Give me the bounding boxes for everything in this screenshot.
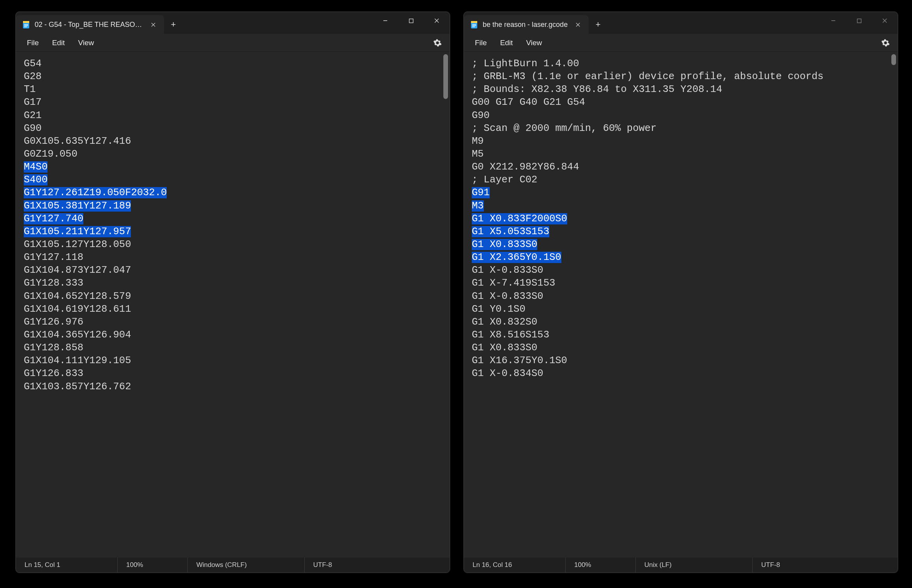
maximize-button[interactable] <box>846 12 872 29</box>
code-line[interactable]: ; Bounds: X82.38 Y86.84 to X311.35 Y208.… <box>472 83 888 96</box>
code-line[interactable]: G1 X0.833F2000S0 <box>472 212 888 225</box>
code-line[interactable]: ; GRBL-M3 (1.1e or earlier) device profi… <box>472 70 888 83</box>
code-line[interactable]: ; Layer C02 <box>472 173 888 186</box>
vertical-scrollbar-thumb[interactable] <box>443 54 448 99</box>
code-line[interactable]: M3 <box>472 200 888 212</box>
code-line[interactable]: G1X105.127Y128.050 <box>24 238 450 251</box>
selected-text[interactable]: G1 X0.833S0 <box>472 239 537 250</box>
titlebar[interactable]: be the reason - laser.gcode + <box>464 12 898 34</box>
selected-text[interactable]: G91 <box>472 187 490 198</box>
selected-text[interactable]: G1 X2.365Y0.1S0 <box>472 252 561 263</box>
status-zoom-level[interactable]: 100% <box>117 558 187 572</box>
close-window-button[interactable] <box>424 12 450 29</box>
code-line[interactable]: ; Scan @ 2000 mm/min, 60% power <box>472 122 888 135</box>
status-line-ending[interactable]: Windows (CRLF) <box>187 558 304 572</box>
code-line[interactable]: G91 <box>472 186 888 199</box>
code-line[interactable]: G1X104.619Y128.611 <box>24 303 450 316</box>
status-cursor-position[interactable]: Ln 16, Col 16 <box>464 558 565 572</box>
code-line[interactable]: M5 <box>472 148 888 161</box>
code-line[interactable]: G1 X16.375Y0.1S0 <box>472 354 888 367</box>
minimize-button[interactable] <box>372 12 398 29</box>
code-line[interactable]: G1 X-0.833S0 <box>472 290 888 303</box>
close-window-button[interactable] <box>872 12 898 29</box>
titlebar-drag-region[interactable] <box>607 12 820 34</box>
code-line[interactable]: G21 <box>24 109 450 122</box>
code-line[interactable]: M4S0 <box>24 161 450 173</box>
code-line[interactable]: S400 <box>24 173 450 186</box>
code-line[interactable]: G1 X0.833S0 <box>472 238 888 251</box>
code-line[interactable]: G1Y126.976 <box>24 316 450 328</box>
settings-button[interactable] <box>879 36 892 49</box>
code-line[interactable]: G0 X212.982Y86.844 <box>472 161 888 173</box>
code-line[interactable]: G0X105.635Y127.416 <box>24 135 450 148</box>
code-line[interactable]: G1X104.365Y126.904 <box>24 328 450 341</box>
selected-text[interactable]: S400 <box>24 174 48 185</box>
menu-file[interactable]: File <box>469 36 492 49</box>
close-tab-button[interactable] <box>572 19 583 30</box>
status-zoom-level[interactable]: 100% <box>565 558 635 572</box>
selected-text[interactable]: G1Y127.740 <box>24 213 83 224</box>
code-line[interactable]: G1Y127.118 <box>24 251 450 264</box>
code-line[interactable]: G1 X8.516S153 <box>472 328 888 341</box>
code-line[interactable]: G54 <box>24 57 450 70</box>
editor-area[interactable]: ; LightBurn 1.4.00; GRBL-M3 (1.1e or ear… <box>464 52 898 558</box>
selected-text[interactable]: G1Y127.261Z19.050F2032.0 <box>24 187 167 198</box>
code-line[interactable]: G1Y126.833 <box>24 367 450 380</box>
code-line[interactable]: G1 X-7.419S153 <box>472 277 888 290</box>
code-line[interactable]: G1 X-0.833S0 <box>472 264 888 277</box>
menu-file[interactable]: File <box>21 36 44 49</box>
document-tab[interactable]: 02 - G54 - Top_BE THE REASON - l <box>16 15 164 34</box>
new-tab-button[interactable]: + <box>589 15 607 34</box>
code-line[interactable]: G1X104.111Y129.105 <box>24 354 450 367</box>
close-tab-button[interactable] <box>148 19 159 30</box>
code-line[interactable]: G1 X-0.834S0 <box>472 367 888 380</box>
menu-edit[interactable]: Edit <box>495 36 519 49</box>
menu-view[interactable]: View <box>520 36 547 49</box>
code-line[interactable]: G90 <box>472 109 888 122</box>
code-line[interactable]: G90 <box>24 122 450 135</box>
code-line[interactable]: G1 Y0.1S0 <box>472 303 888 316</box>
code-line[interactable]: G17 <box>24 96 450 109</box>
code-line[interactable]: G1X104.652Y128.579 <box>24 290 450 303</box>
status-encoding[interactable]: UTF-8 <box>304 558 382 572</box>
code-line[interactable]: G1 X5.053S153 <box>472 225 888 238</box>
code-line[interactable]: G1Y127.740 <box>24 212 450 225</box>
code-line[interactable]: M9 <box>472 135 888 148</box>
code-line[interactable]: G1 X2.365Y0.1S0 <box>472 251 888 264</box>
vertical-scrollbar-thumb[interactable] <box>891 54 896 65</box>
selected-text[interactable]: M4S0 <box>24 161 48 173</box>
editor-text[interactable]: ; LightBurn 1.4.00; GRBL-M3 (1.1e or ear… <box>464 52 898 558</box>
menu-view[interactable]: View <box>72 36 99 49</box>
editor-text[interactable]: G54G28T1G17G21G90G0X105.635Y127.416G0Z19… <box>16 52 450 558</box>
selected-text[interactable]: M3 <box>472 200 484 212</box>
code-line[interactable]: G0Z19.050 <box>24 148 450 161</box>
selected-text[interactable]: G1X105.211Y127.957 <box>24 226 131 237</box>
code-line[interactable]: G1 X0.833S0 <box>472 341 888 354</box>
editor-area[interactable]: G54G28T1G17G21G90G0X105.635Y127.416G0Z19… <box>16 52 450 558</box>
code-line[interactable]: G1X104.873Y127.047 <box>24 264 450 277</box>
code-line[interactable]: G1 X0.832S0 <box>472 316 888 328</box>
code-line[interactable]: G00 G17 G40 G21 G54 <box>472 96 888 109</box>
code-line[interactable]: G1Y127.261Z19.050F2032.0 <box>24 186 450 199</box>
code-line[interactable]: G28 <box>24 70 450 83</box>
code-line[interactable]: G1X105.211Y127.957 <box>24 225 450 238</box>
selected-text[interactable]: G1X105.381Y127.189 <box>24 200 131 212</box>
settings-button[interactable] <box>431 36 444 49</box>
document-tab[interactable]: be the reason - laser.gcode <box>464 15 589 34</box>
menu-edit[interactable]: Edit <box>47 36 71 49</box>
titlebar[interactable]: 02 - G54 - Top_BE THE REASON - l + <box>16 12 450 34</box>
status-cursor-position[interactable]: Ln 15, Col 1 <box>16 558 117 572</box>
code-line[interactable]: G1X103.857Y126.762 <box>24 380 450 393</box>
new-tab-button[interactable]: + <box>164 15 183 34</box>
code-line[interactable]: G1Y128.858 <box>24 341 450 354</box>
code-line[interactable]: G1Y128.333 <box>24 277 450 290</box>
titlebar-drag-region[interactable] <box>183 12 372 34</box>
selected-text[interactable]: G1 X5.053S153 <box>472 226 549 237</box>
minimize-button[interactable] <box>820 12 846 29</box>
code-line[interactable]: ; LightBurn 1.4.00 <box>472 57 888 70</box>
status-line-ending[interactable]: Unix (LF) <box>635 558 752 572</box>
code-line[interactable]: T1 <box>24 83 450 96</box>
code-line[interactable]: G1X105.381Y127.189 <box>24 200 450 212</box>
status-encoding[interactable]: UTF-8 <box>752 558 830 572</box>
selected-text[interactable]: G1 X0.833F2000S0 <box>472 213 567 224</box>
